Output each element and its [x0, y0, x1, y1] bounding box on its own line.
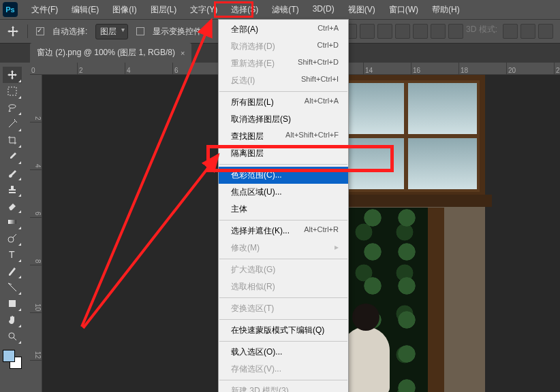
menu-item-取消选择图层s[interactable]: 取消选择图层(S)	[219, 111, 348, 128]
menu-窗口[interactable]: 窗口(W)	[382, 0, 425, 20]
document-tab[interactable]: 窗边 (2).png @ 100% (图层 1, RGB/8) ×	[30, 43, 191, 63]
select-menu-dropdown: 全部(A)Ctrl+A取消选择(D)Ctrl+D重新选择(E)Shift+Ctr…	[218, 19, 349, 392]
color-swatches[interactable]	[3, 350, 22, 369]
align-icon[interactable]	[395, 24, 410, 39]
gradient-tool[interactable]	[3, 214, 22, 230]
menu-item-新建 3d 模型3: 新建 3D 模型(3)	[219, 382, 348, 392]
align-icon[interactable]	[413, 24, 428, 39]
svg-point-2	[8, 237, 14, 242]
menu-编辑[interactable]: 编辑(E)	[65, 0, 106, 20]
align-icon[interactable]	[448, 24, 463, 39]
menu-视图[interactable]: 视图(V)	[341, 0, 382, 20]
menu-item-反选i: 反选(I)Shift+Ctrl+I	[219, 72, 348, 89]
menu-item-所有图层l[interactable]: 所有图层(L)Alt+Ctrl+A	[219, 94, 348, 111]
menu-separator	[219, 319, 347, 320]
move-icon	[7, 25, 19, 37]
menu-item-焦点区域u[interactable]: 焦点区域(U)...	[219, 184, 348, 201]
layer-select[interactable]: 图层	[95, 24, 128, 39]
menu-item-扩大选取g: 扩大选取(G)	[219, 261, 348, 278]
menu-item-变换选区t: 变换选区(T)	[219, 300, 348, 317]
menu-separator	[219, 91, 347, 92]
eyedropper-tool[interactable]	[3, 148, 22, 165]
menu-文字[interactable]: 文字(Y)	[183, 0, 224, 20]
menu-item-全部a[interactable]: 全部(A)Ctrl+A	[219, 21, 348, 38]
align-icon[interactable]	[360, 24, 375, 39]
menu-separator	[219, 220, 347, 220]
mode3d-icon[interactable]	[520, 24, 535, 39]
menu-separator	[219, 297, 347, 298]
menu-item-隔离图层[interactable]: 隔离图层	[219, 145, 348, 162]
menu-separator	[219, 341, 347, 342]
menu-item-主体[interactable]: 主体	[219, 201, 348, 218]
menu-bar: Ps 文件(F)编辑(E)图像(I)图层(L)文字(Y)选择(S)滤镜(T)3D…	[0, 0, 560, 19]
mode3d-icon[interactable]	[538, 24, 553, 39]
menu-separator	[219, 380, 347, 380]
align-icon[interactable]	[377, 24, 392, 39]
close-tab-icon[interactable]: ×	[181, 49, 185, 57]
document-tab-title: 窗边 (2).png @ 100% (图层 1, RGB/8)	[37, 47, 175, 59]
eraser-tool[interactable]	[3, 197, 22, 214]
auto-select-label: 自动选择:	[52, 26, 87, 37]
brush-tool[interactable]	[3, 165, 22, 181]
menu-item-选择并遮住k[interactable]: 选择并遮住(K)...Alt+Ctrl+R	[219, 223, 348, 240]
menu-item-存储选区v: 存储选区(V)...	[219, 361, 348, 378]
menu-选择[interactable]: 选择(S)	[224, 0, 265, 20]
wand-tool[interactable]	[3, 116, 22, 132]
menu-item-选取相似r: 选取相似(R)	[219, 278, 348, 295]
svg-rect-0	[8, 87, 16, 95]
shape-tool[interactable]	[3, 295, 22, 312]
menu-item-载入选区o[interactable]: 载入选区(O)...	[219, 344, 348, 361]
menu-item-取消选择d: 取消选择(D)Ctrl+D	[219, 38, 348, 55]
menu-separator	[219, 259, 347, 259]
lasso-tool[interactable]	[3, 99, 22, 116]
menu-图像[interactable]: 图像(I)	[106, 0, 143, 20]
svg-rect-4	[9, 300, 16, 307]
hand-tool[interactable]	[3, 312, 22, 328]
zoom-tool[interactable]	[3, 328, 22, 344]
app-logo: Ps	[3, 2, 18, 17]
auto-select-checkbox[interactable]	[36, 27, 44, 35]
menu-item-修改m: 修改(M)	[219, 240, 348, 257]
pen-tool[interactable]	[3, 263, 22, 279]
path-tool[interactable]	[3, 279, 22, 295]
svg-text:T: T	[9, 249, 15, 260]
mode3d-icon[interactable]	[503, 24, 518, 39]
svg-rect-1	[8, 220, 16, 224]
mode3d-label: 3D 模式:	[466, 24, 497, 39]
menu-item-在快速蒙版模式下编辑q[interactable]: 在快速蒙版模式下编辑(Q)	[219, 322, 348, 339]
menu-item-重新选择e: 重新选择(E)Shift+Ctrl+D	[219, 55, 348, 72]
menu-separator	[219, 164, 347, 165]
type-tool[interactable]: T	[3, 246, 22, 263]
move-tool[interactable]	[3, 67, 22, 83]
stamp-tool[interactable]	[3, 181, 22, 197]
ruler-vertical: 24681012	[30, 75, 42, 392]
show-transform-label: 显示变换控件	[153, 26, 202, 37]
menu-3d[interactable]: 3D(D)	[306, 0, 341, 20]
menu-文件[interactable]: 文件(F)	[25, 0, 65, 20]
svg-point-5	[9, 333, 14, 338]
menu-图层[interactable]: 图层(L)	[144, 0, 184, 20]
crop-tool[interactable]	[3, 132, 22, 148]
menu-帮助[interactable]: 帮助(H)	[425, 0, 467, 20]
dodge-tool[interactable]	[3, 230, 22, 246]
align-icon[interactable]	[431, 24, 446, 39]
marquee-tool[interactable]	[3, 83, 22, 99]
options-icons: 3D 模式:	[324, 24, 560, 39]
menu-item-查找图层[interactable]: 查找图层Alt+Shift+Ctrl+F	[219, 128, 348, 145]
menu-item-色彩范围c[interactable]: 色彩范围(C)...	[219, 167, 348, 184]
menu-滤镜[interactable]: 滤镜(T)	[265, 0, 305, 20]
show-transform-checkbox[interactable]	[136, 27, 144, 35]
tools-panel: T	[0, 63, 25, 369]
